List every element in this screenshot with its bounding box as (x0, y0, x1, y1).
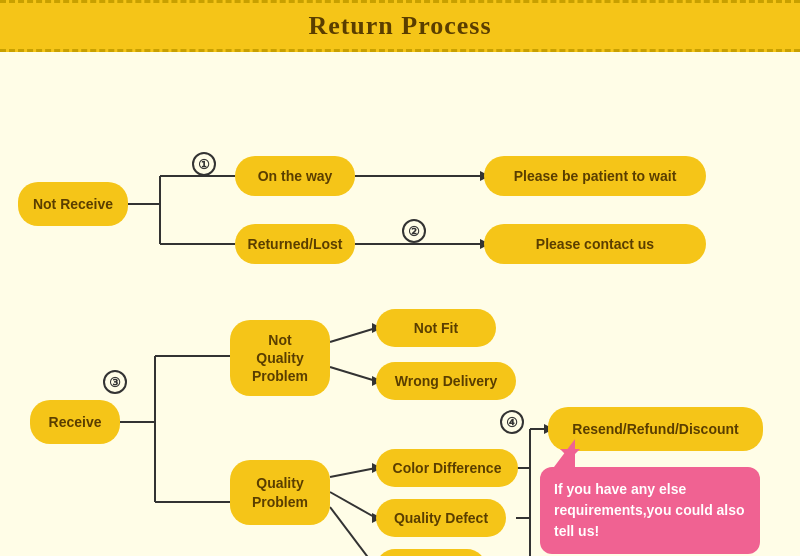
svg-line-18 (330, 492, 376, 518)
on-the-way-box: On the way (235, 156, 355, 196)
circle-2: ② (402, 219, 426, 243)
not-fit-box: Not Fit (376, 309, 496, 347)
speech-bubble: If you have any else requirements,you co… (540, 467, 760, 554)
circle-1: ① (192, 152, 216, 176)
page-title: Return Process (308, 11, 491, 40)
svg-line-16 (330, 468, 376, 477)
circle-3: ③ (103, 370, 127, 394)
diagram: ① ② ③ ④ Not Receive On the way Returned/… (0, 52, 800, 556)
svg-line-12 (330, 328, 376, 342)
resend-refund-box: Resend/Refund/Discount (548, 407, 763, 451)
not-quality-box: NotQualityProblem (230, 320, 330, 396)
color-difference-box: Color Difference (376, 449, 518, 487)
bubble-triangle (545, 439, 575, 479)
circle-4: ④ (500, 410, 524, 434)
not-receive-box: Not Receive (18, 182, 128, 226)
damage-box: Damage (376, 549, 486, 556)
receive-box: Receive (30, 400, 120, 444)
returned-lost-box: Returned/Lost (235, 224, 355, 264)
header: Return Process (0, 0, 800, 52)
please-contact-box: Please contact us (484, 224, 706, 264)
quality-defect-box: Quality Defect (376, 499, 506, 537)
svg-line-20 (330, 507, 376, 556)
quality-problem-box: QualityProblem (230, 460, 330, 525)
wrong-delivery-box: Wrong Delivery (376, 362, 516, 400)
svg-line-14 (330, 367, 376, 381)
please-wait-box: Please be patient to wait (484, 156, 706, 196)
